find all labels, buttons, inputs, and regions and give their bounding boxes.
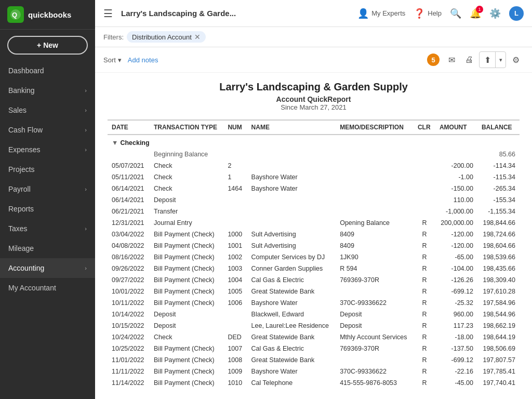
cell-num: 1002 <box>223 251 247 263</box>
report-title: Account QuickReport <box>108 95 520 103</box>
cell-type: Bill Payment (Check) <box>150 343 223 354</box>
my-experts-button[interactable]: 👤 My Experts <box>357 8 405 19</box>
table-row[interactable]: 11/01/2022 Bill Payment (Check) 1008 Gre… <box>108 354 520 366</box>
cell-clr: R <box>414 309 435 320</box>
table-row[interactable]: 10/24/2022 Check DED Great Statewide Ban… <box>108 331 520 343</box>
cell-amount: 200,000.00 <box>435 217 477 229</box>
cell-amount: -120.00 <box>435 240 477 251</box>
table-row[interactable]: 10/14/2022 Deposit Blackwell, Edward Dep… <box>108 309 520 320</box>
table-row[interactable]: 06/14/2021 Check 1464 Bayshore Water -15… <box>108 183 520 194</box>
cell-clr: R <box>414 377 435 389</box>
sidebar-item-cashflow[interactable]: Cash Flow › <box>0 120 95 140</box>
sidebar-item-banking[interactable]: Banking › <box>0 81 95 100</box>
cell-type: Transfer <box>150 206 223 217</box>
table-row[interactable]: 09/26/2022 Bill Payment (Check) 1003 Con… <box>108 263 520 274</box>
new-button[interactable]: + New <box>7 36 88 55</box>
filter-tag-close-icon[interactable]: ✕ <box>194 33 201 41</box>
cell-name: Cal Gas & Electric <box>247 274 336 286</box>
cell-date: 05/11/2021 <box>108 171 150 183</box>
chevron-right-icon: › <box>85 225 87 232</box>
table-row[interactable]: 10/11/2022 Bill Payment (Check) 1006 Bay… <box>108 297 520 309</box>
section-label: ▼Checking <box>108 135 520 149</box>
settings-report-button[interactable]: ⚙ <box>508 52 524 68</box>
table-row[interactable]: 06/14/2021 Deposit 110.00 -155.34 <box>108 194 520 206</box>
col-header-memo: MEMO/DESCRIPTION <box>336 120 414 135</box>
cell-memo: 8409 <box>336 240 414 251</box>
cell-name: Bayshore Water <box>247 171 336 183</box>
topbar-actions: 👤 My Experts ❓ Help 🔍 🔔 1 ⚙️ L <box>357 6 524 21</box>
sidebar-item-reports[interactable]: Reports <box>0 199 95 219</box>
table-row[interactable]: 10/01/2022 Bill Payment (Check) 1005 Gre… <box>108 286 520 297</box>
sidebar-item-expenses[interactable]: Expenses › <box>0 140 95 159</box>
cell-num: 1010 <box>223 377 247 389</box>
sidebar-item-payroll[interactable]: Payroll › <box>0 179 95 199</box>
cell-type: Bill Payment (Check) <box>150 229 223 240</box>
sidebar-item-mileage[interactable]: Mileage <box>0 238 95 258</box>
cell-amount: -25.32 <box>435 297 477 309</box>
cell-date: 10/11/2022 <box>108 297 150 309</box>
table-row[interactable]: 10/15/2022 Deposit Lee, Laurel:Lee Resid… <box>108 320 520 331</box>
menu-icon[interactable]: ☰ <box>103 7 113 20</box>
sidebar: Q quickbooks + New Dashboard Banking › S… <box>0 0 95 399</box>
cell-memo: Opening Balance <box>336 217 414 229</box>
table-row[interactable]: 03/04/2022 Bill Payment (Check) 1000 Sul… <box>108 229 520 240</box>
export-icon-button[interactable]: ⬆ <box>480 52 495 68</box>
sidebar-item-taxes[interactable]: Taxes › <box>0 219 95 238</box>
cell-clr: R <box>414 297 435 309</box>
notifications-button[interactable]: 🔔 1 <box>470 8 481 19</box>
cell-clr: R <box>414 263 435 274</box>
table-row[interactable]: 05/07/2021 Check 2 -200.00 -114.34 <box>108 160 520 171</box>
sort-button[interactable]: Sort ▾ <box>103 56 122 64</box>
svg-text:Q: Q <box>12 11 17 19</box>
table-row[interactable]: Beginning Balance 85.66 <box>108 149 520 160</box>
print-button[interactable]: 🖨 <box>461 52 477 68</box>
user-avatar[interactable]: L <box>509 6 524 21</box>
table-row[interactable]: 04/08/2022 Bill Payment (Check) 1001 Sul… <box>108 240 520 251</box>
search-button[interactable]: 🔍 <box>450 8 461 19</box>
cell-type: Check <box>150 160 223 171</box>
table-row[interactable]: 10/25/2022 Bill Payment (Check) 1007 Cal… <box>108 343 520 354</box>
table-row[interactable]: 06/21/2021 Transfer -1,000.00 -1,155.34 <box>108 206 520 217</box>
sidebar-item-accounting[interactable]: Accounting › <box>0 258 95 278</box>
cell-memo: Deposit <box>336 320 414 331</box>
table-row[interactable]: 05/11/2021 Check 1 Bayshore Water -1.00 … <box>108 171 520 183</box>
cell-amount: -22.16 <box>435 366 477 377</box>
cell-num: 2 <box>223 160 247 171</box>
cell-memo: R 594 <box>336 263 414 274</box>
settings-button[interactable]: ⚙️ <box>489 8 501 19</box>
help-button[interactable]: ❓ Help <box>414 8 442 19</box>
cell-memo <box>336 160 414 171</box>
main-content: ☰ Larry's Landscaping & Garde... 👤 My Ex… <box>95 0 532 399</box>
table-row[interactable]: 09/27/2022 Bill Payment (Check) 1004 Cal… <box>108 274 520 286</box>
sidebar-item-sales[interactable]: Sales › <box>0 100 95 120</box>
cell-num <box>223 217 247 229</box>
table-row[interactable]: 11/14/2022 Bill Payment (Check) 1010 Cal… <box>108 377 520 389</box>
add-notes-button[interactable]: Add notes <box>128 56 158 64</box>
cell-num: 1000 <box>223 229 247 240</box>
email-button[interactable]: ✉ <box>444 52 459 68</box>
cell-clr: R <box>414 320 435 331</box>
sidebar-item-projects[interactable]: Projects <box>0 159 95 179</box>
cell-clr <box>414 160 435 171</box>
cell-amount: -1,000.00 <box>435 206 477 217</box>
sidebar-item-dashboard[interactable]: Dashboard <box>0 61 95 81</box>
table-row[interactable]: 11/11/2022 Bill Payment (Check) 1009 Bay… <box>108 366 520 377</box>
cell-date: 11/11/2022 <box>108 366 150 377</box>
cell-type: Beginning Balance <box>150 149 223 160</box>
cell-balance: 198,724.66 <box>477 229 520 240</box>
cell-type: Check <box>150 331 223 343</box>
sidebar-item-my-accountant[interactable]: My Accountant <box>0 278 95 298</box>
table-row[interactable]: 08/16/2022 Bill Payment (Check) 1002 Com… <box>108 251 520 263</box>
cell-clr: R <box>414 229 435 240</box>
cell-type: Check <box>150 171 223 183</box>
cell-memo <box>336 183 414 194</box>
cell-date: 06/14/2021 <box>108 194 150 206</box>
table-row[interactable]: 12/31/2021 Journal Entry Opening Balance… <box>108 217 520 229</box>
sidebar-item-label: Projects <box>8 165 87 174</box>
export-chevron-button[interactable]: ▾ <box>495 52 506 68</box>
filters-label: Filters: <box>103 33 124 41</box>
cell-date: 05/07/2021 <box>108 160 150 171</box>
chevron-right-icon: › <box>85 87 87 94</box>
cell-amount: -126.26 <box>435 274 477 286</box>
cell-memo: 370C-99336622 <box>336 297 414 309</box>
